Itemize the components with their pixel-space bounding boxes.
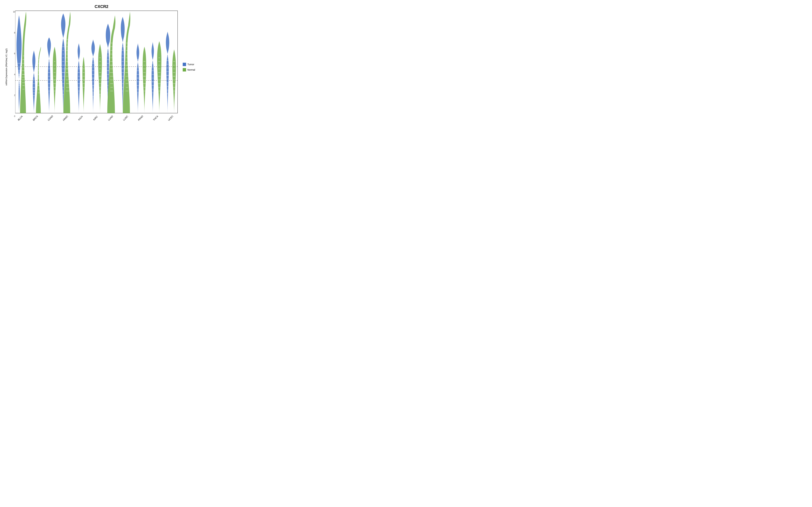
legend-item-normal: Normal	[183, 68, 196, 71]
y-tick-10: 10	[13, 11, 15, 13]
legend-box-normal	[183, 68, 186, 71]
x-label-thca: THCA	[153, 115, 159, 121]
legend-item-tumor: Tumor	[183, 63, 196, 66]
chart-title: CXCR2	[95, 4, 108, 9]
y-tick-labels: 0 2 4 6 8 10	[10, 10, 15, 124]
plot-svg-area: BLCA BRCA COAD HNSC KICH KIRC LUAD LUSC …	[15, 10, 179, 124]
x-label-lusc: LUSC	[123, 115, 129, 121]
x-label-hnsc: HNSC	[62, 115, 69, 121]
x-label-luad: LUAD	[108, 115, 113, 121]
y-tick-4: 4	[14, 73, 15, 76]
y-tick-2: 2	[14, 94, 15, 97]
plot-with-yaxis: 0 2 4 6 8 10	[10, 10, 179, 124]
main-plot-svg: BLCA BRCA COAD HNSC KICH KIRC LUAD LUSC …	[15, 10, 179, 124]
chart-container: CXCR2 mRNA Expression (RNASeq V2, log2) …	[3, 3, 200, 124]
x-label-blca: BLCA	[17, 115, 23, 121]
x-label-ucec: UCEC	[168, 115, 174, 121]
x-label-kich: KICH	[78, 115, 84, 121]
legend-label-normal: Normal	[188, 68, 195, 71]
x-label-brca: BRCA	[32, 115, 39, 121]
chart-body: mRNA Expression (RNASeq V2, log2) 0 2 4 …	[3, 10, 200, 124]
x-label-coad: COAD	[47, 115, 54, 121]
x-label-prad: PRAD	[138, 115, 144, 121]
y-tick-8: 8	[14, 32, 15, 34]
legend-box-tumor	[183, 63, 186, 66]
y-tick-6: 6	[14, 52, 15, 55]
x-label-kirc: KIRC	[93, 115, 98, 121]
y-axis-label: mRNA Expression (RNASeq V2, log2)	[3, 10, 10, 124]
legend-label-tumor: Tumor	[188, 63, 194, 66]
legend: Tumor Normal	[179, 10, 200, 124]
y-tick-0: 0	[14, 115, 15, 117]
